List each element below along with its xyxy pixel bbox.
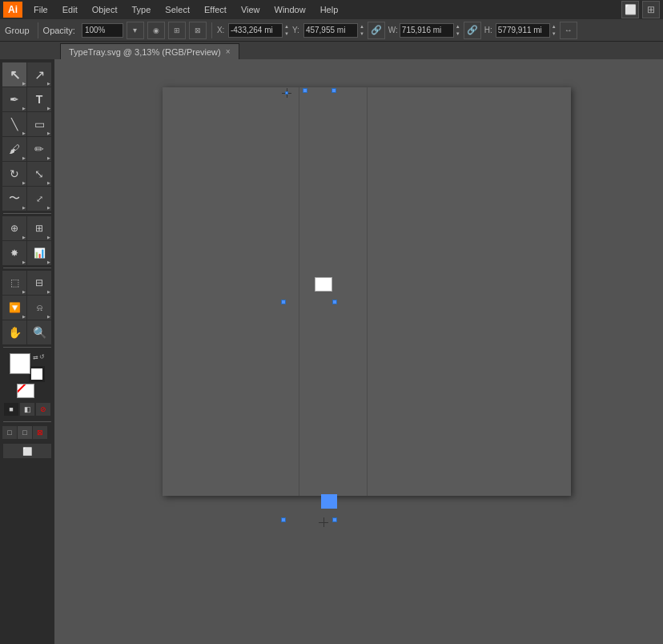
screen-mode-btn[interactable]: ⬜ [3,444,51,458]
tool-row-2: ✒ ▶ T ▶ [2,87,52,111]
toolbar: ↖ ▶ ↗ ▶ ✒ ▶ T ▶ ╲ ▶ ▭ ▶ [0,59,54,644]
tool-divider-4 [3,421,51,422]
rect-tool-arrow: ▶ [47,131,50,135]
options-bar: Group Opacity: ▾ ◉ ⊞ ⊠ X: ▲▼ Y: ▲▼ 🔗 W: … [0,19,663,42]
slice-tool[interactable]: ⊟ ▶ [27,271,51,295]
line-tool[interactable]: ╲ ▶ [2,112,26,136]
constrain-icon[interactable]: 🔗 [464,22,481,39]
reset-colors-icon[interactable]: ↺ [39,353,45,360]
eyedropper-arrow: ▶ [22,314,26,319]
perspective-tool[interactable]: ⊞ ▶ [27,216,51,240]
blend-arrow: ▶ [47,314,50,319]
draw-normal-btn[interactable]: □ [2,426,17,439]
workspace-icon[interactable]: ⊞ [642,1,660,18]
draw-inside-btn[interactable]: ⊠ [33,426,47,439]
artboard-tool[interactable]: ⬚ ▶ [2,271,26,295]
canvas-area[interactable] [54,59,663,644]
icon-btn-3[interactable]: ⊠ [189,22,207,39]
tool-row-9: ⬚ ▶ ⊟ ▶ [2,271,52,295]
opacity-label: Opacity: [43,26,75,35]
fill-swatch[interactable] [10,353,30,374]
handle-bottom-left [281,517,286,522]
h-stepper[interactable]: ▲▼ [552,23,557,38]
icon-btn-1[interactable]: ◉ [147,22,165,39]
menu-object[interactable]: Object [86,0,124,19]
menu-view[interactable]: View [235,0,267,19]
menu-file[interactable]: File [27,0,54,19]
menu-window[interactable]: Window [268,0,312,19]
rectangle-tool[interactable]: ▭ ▶ [27,112,51,136]
tool-row-1: ↖ ▶ ↗ ▶ [2,62,52,87]
graph-tool[interactable]: 📊 ▶ [27,241,51,265]
blend-tool[interactable]: ⍾ ▶ [27,296,51,320]
group-label: Group [5,26,30,35]
y-stepper[interactable]: ▲▼ [360,23,364,38]
transform-icon[interactable]: ↔ [560,22,577,39]
color-mode-row: ■ ◧ ⊘ [4,403,50,416]
tool-row-11: ✋ 🔍 [2,320,52,344]
tool-row-8: ✸ ▶ 📊 ▶ [2,241,52,265]
scale-tool[interactable]: ⤡ ▶ [27,162,51,186]
select-tool-arrow: ▶ [22,81,26,86]
separator-2 [211,22,212,38]
menu-select[interactable]: Select [159,0,196,19]
link-icon[interactable]: 🔗 [368,22,385,39]
red-slash [17,384,27,398]
x-input[interactable] [228,23,283,38]
opacity-dropdown[interactable]: ▾ [127,22,144,39]
pen-tool-arrow: ▶ [22,106,26,111]
symbol-tool[interactable]: ✸ ▶ [2,241,26,265]
menu-type[interactable]: Type [126,0,158,19]
swap-colors-icon[interactable]: ⇄ [33,354,38,361]
scale-tool-arrow: ▶ [47,180,50,185]
document-mode-icon[interactable]: ⬜ [621,1,639,18]
handle-top-right [332,88,336,93]
draw-behind-btn[interactable]: □ [18,426,32,439]
menu-bar: Ai File Edit Object Type Select Effect V… [0,0,663,19]
y-label: Y: [292,26,302,34]
tool-row-10: 🔽 ▶ ⍾ ▶ [2,296,52,320]
select-tool[interactable]: ↖ ▶ [2,62,26,87]
document-tab[interactable]: TypeTray.svg @ 3,13% (RGB/Preview) × [60,43,239,59]
artboard [163,87,571,496]
menu-effect[interactable]: Effect [198,0,233,19]
h-input[interactable] [496,23,550,38]
menu-edit[interactable]: Edit [56,0,84,19]
stroke-swatch[interactable] [29,366,45,382]
paintbrush-tool[interactable]: 🖌 ▶ [2,137,26,161]
type-tool[interactable]: T ▶ [27,87,51,111]
graph-arrow: ▶ [47,260,50,264]
hand-tool[interactable]: ✋ [2,320,26,344]
none-mode-btn[interactable]: ⊘ [36,403,50,416]
color-mode-btn[interactable]: ■ [4,403,18,416]
pencil-tool-arrow: ▶ [47,155,50,160]
tool-divider-2 [3,268,51,268]
direct-select-arrow: ▶ [47,81,50,86]
y-input[interactable] [303,23,358,38]
shape-builder-tool[interactable]: ⊕ ▶ [2,216,26,240]
artboard-vline-2 [367,87,368,496]
tool-row-3: ╲ ▶ ▭ ▶ [2,112,52,136]
pen-tool[interactable]: ✒ ▶ [2,87,26,111]
zoom-tool[interactable]: 🔍 [27,320,51,344]
pencil-tool[interactable]: ✏ ▶ [27,137,51,161]
menu-help[interactable]: Help [314,0,345,19]
icon-btn-2[interactable]: ⊞ [168,22,186,39]
bottom-cursor [319,517,328,527]
tool-row-5: ↻ ▶ ⤡ ▶ [2,162,52,186]
x-stepper[interactable]: ▲▼ [284,23,289,38]
w-stepper[interactable]: ▲▼ [456,23,460,38]
eyedropper-tool[interactable]: 🔽 ▶ [2,296,26,320]
perspective-tool-arrow: ▶ [47,235,50,239]
warp-tool[interactable]: 〜 ▶ [2,187,26,211]
rotate-tool[interactable]: ↻ ▶ [2,162,26,186]
w-input[interactable] [400,23,454,38]
free-transform-tool[interactable]: ⤢ ▶ [27,187,51,211]
handle-right-mid [332,300,337,304]
opacity-input[interactable] [82,23,123,38]
gradient-mode-btn[interactable]: ◧ [20,403,34,416]
direct-select-tool[interactable]: ↗ ▶ [27,62,51,87]
handle-left-mid [281,300,286,304]
tool-row-7: ⊕ ▶ ⊞ ▶ [2,216,52,240]
tab-close-button[interactable]: × [226,47,231,56]
